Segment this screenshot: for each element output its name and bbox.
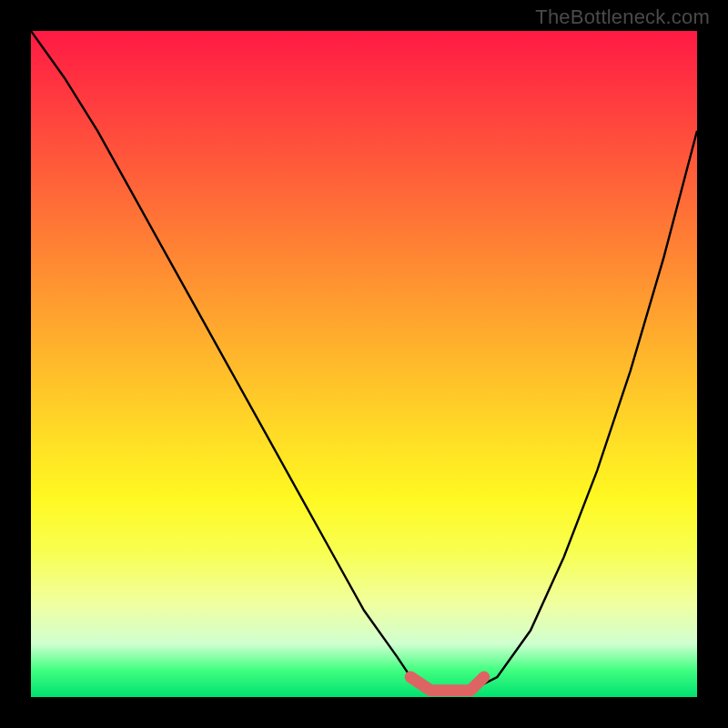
optimal-region-marker (410, 677, 484, 691)
chart-svg (31, 31, 697, 697)
bottleneck-curve (31, 31, 697, 691)
watermark-text: TheBottleneck.com (535, 5, 710, 29)
chart-container: TheBottleneck.com (0, 0, 728, 728)
plot-area (31, 31, 697, 697)
